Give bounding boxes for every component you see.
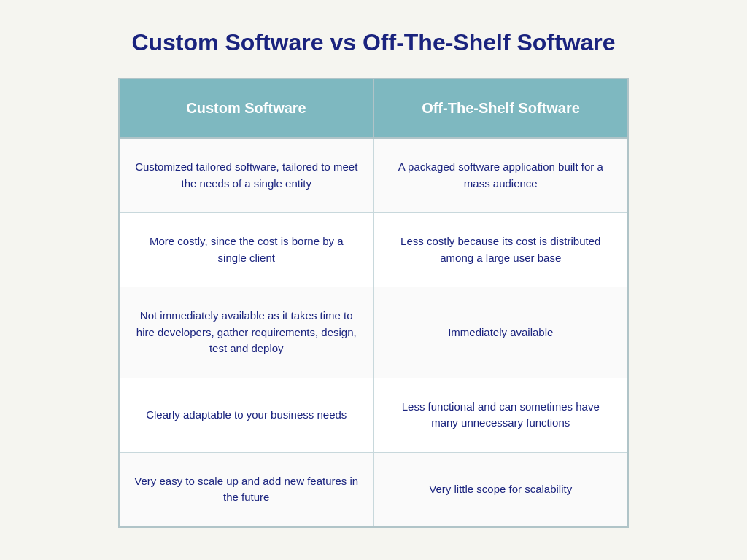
table-row: Clearly adaptable to your business needs…: [119, 378, 628, 452]
page-title: Custom Software vs Off-The-Shelf Softwar…: [131, 29, 615, 56]
cell-offtheshelf-2: Immediately available: [374, 287, 628, 378]
cell-custom-1: More costly, since the cost is borne by …: [119, 213, 374, 287]
table-row: Very easy to scale up and add new featur…: [119, 452, 628, 527]
cell-custom-4: Very easy to scale up and add new featur…: [119, 452, 374, 527]
page-container: Custom Software vs Off-The-Shelf Softwar…: [0, 0, 747, 560]
table-row: Customized tailored software, tailored t…: [119, 138, 628, 213]
cell-offtheshelf-4: Very little scope for scalability: [374, 452, 628, 527]
cell-offtheshelf-1: Less costly because its cost is distribu…: [374, 213, 628, 287]
header-custom-software: Custom Software: [119, 79, 374, 138]
cell-offtheshelf-0: A packaged software application built fo…: [374, 138, 628, 213]
comparison-table: Custom Software Off-The-Shelf Software C…: [118, 78, 629, 528]
table-header-row: Custom Software Off-The-Shelf Software: [119, 79, 628, 138]
table-row: More costly, since the cost is borne by …: [119, 213, 628, 287]
cell-custom-2: Not immediately available as it takes ti…: [119, 287, 374, 378]
cell-offtheshelf-3: Less functional and can sometimes have m…: [374, 378, 628, 452]
table-row: Not immediately available as it takes ti…: [119, 287, 628, 378]
cell-custom-3: Clearly adaptable to your business needs: [119, 378, 374, 452]
cell-custom-0: Customized tailored software, tailored t…: [119, 138, 374, 213]
header-offtheshelf-software: Off-The-Shelf Software: [374, 79, 628, 138]
